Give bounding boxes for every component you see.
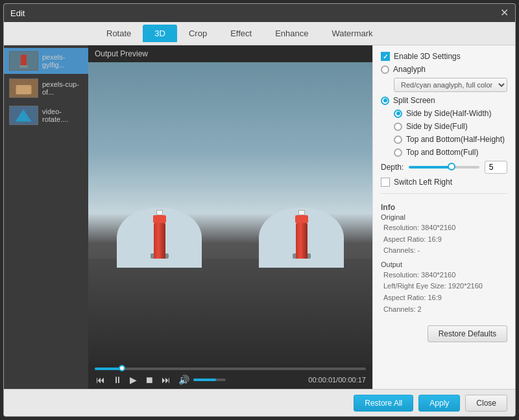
scene-right (230, 62, 372, 364)
svg-rect-2 (19, 65, 27, 68)
depth-slider-thumb (448, 163, 455, 170)
ground-right (230, 259, 372, 364)
output-channels: Channels: 2 (381, 304, 507, 316)
lh-top-left (153, 215, 166, 223)
side-by-side-full-label: Side by Side(Full) (406, 122, 468, 131)
lh-body-left (154, 223, 165, 259)
output-eye-size: Left/Right Eye Size: 1920*2160 (381, 281, 507, 292)
top-bottom-full-radio[interactable] (394, 148, 402, 157)
sidebar-label-1: pexels-cup-of... (42, 80, 83, 96)
stop-button[interactable]: ⏹ (143, 374, 155, 386)
sidebar: pexels-gylfig... pexels-cup-of... (4, 45, 88, 389)
switch-lr-label: Switch Left Right (394, 178, 452, 187)
tab-bar: Rotate 3D Crop Effect Enhance Watermark (4, 22, 515, 45)
enable-3d-label: Enable 3D Settings (394, 52, 461, 61)
volume-bar[interactable] (193, 379, 226, 381)
dialog-title: Edit (10, 8, 25, 18)
side-by-side-half-radio[interactable] (394, 110, 402, 118)
video-controls: ⏮ ⏸ ▶ ⏹ ⏭ 🔊 00:00:01/00:00:17 (88, 364, 372, 389)
info-section: Info Original Resolution: 3840*2160 Aspe… (381, 200, 507, 319)
top-bottom-half-row: Top and Bottom(Half-Height) (381, 135, 507, 144)
top-bottom-half-label: Top and Bottom(Half-Height) (406, 135, 505, 144)
video-left (88, 62, 230, 364)
original-aspect: Aspect Ratio: 16:9 (381, 234, 507, 246)
sidebar-label-0: pexels-gylfig... (42, 53, 83, 69)
anaglyph-dropdown-container: Red/cyan anaglyph, full color (381, 78, 507, 92)
split-screen-radio[interactable] (381, 97, 389, 105)
progress-bar[interactable] (95, 368, 366, 370)
video-right (230, 62, 372, 364)
tab-3d[interactable]: 3D (143, 25, 177, 42)
enable-3d-row: Enable 3D Settings (381, 52, 507, 61)
depth-slider[interactable] (409, 166, 479, 169)
play-button[interactable]: ▶ (128, 374, 138, 386)
top-bottom-half-radio[interactable] (394, 135, 402, 144)
output-group: Output Resolution: 3840*2160 Left/Right … (381, 261, 507, 315)
main-content: pexels-gylfig... pexels-cup-of... (4, 45, 515, 389)
volume-icon[interactable]: 🔊 (177, 374, 191, 386)
anaglyph-dropdown[interactable]: Red/cyan anaglyph, full color (394, 78, 507, 92)
restore-all-button[interactable]: Restore All (354, 395, 413, 412)
sidebar-item-1[interactable]: pexels-cup-of... (4, 75, 88, 101)
top-bottom-full-row: Top and Bottom(Full) (381, 148, 507, 157)
progress-thumb (119, 365, 125, 371)
controls-row: ⏮ ⏸ ▶ ⏹ ⏭ 🔊 00:00:01/00:00:17 (95, 374, 366, 386)
sidebar-label-2: video-rotate.... (42, 108, 83, 123)
skip-back-button[interactable]: ⏮ (95, 374, 106, 386)
anaglyph-row: Anaglyph (381, 65, 507, 74)
thumbnail-0 (9, 51, 38, 71)
divider-1 (381, 193, 507, 194)
depth-input[interactable] (485, 161, 507, 174)
enable-3d-checkbox[interactable] (381, 52, 390, 61)
bottom-bar: Restore All Apply Close (4, 389, 515, 416)
tab-enhance[interactable]: Enhance (263, 25, 320, 42)
original-group: Original Resolution: 3840*2160 Aspect Ra… (381, 213, 507, 257)
sidebar-item-0[interactable]: pexels-gylfig... (4, 48, 88, 74)
split-video (88, 62, 372, 364)
restore-defaults-button[interactable]: Restore Defaults (428, 325, 507, 342)
volume-section: 🔊 (177, 374, 226, 386)
progress-fill (95, 368, 122, 370)
info-title: Info (381, 200, 507, 213)
tab-effect[interactable]: Effect (219, 25, 263, 42)
preview-label: Output Preview (88, 45, 372, 62)
thumbnail-1 (9, 78, 38, 98)
preview-area: Output Preview (88, 45, 372, 389)
original-resolution: Resolution: 3840*2160 (381, 222, 507, 234)
split-screen-label: Split Screen (393, 96, 435, 105)
anaglyph-radio[interactable] (381, 65, 389, 74)
side-by-side-full-row: Side by Side(Full) (381, 122, 507, 131)
lh-light-left (156, 210, 163, 215)
tab-crop[interactable]: Crop (177, 25, 219, 42)
time-display: 00:00:01/00:00:17 (308, 376, 366, 384)
switch-lr-checkbox[interactable] (381, 178, 390, 187)
title-bar: Edit ✕ (4, 4, 515, 22)
sidebar-item-2[interactable]: video-rotate.... (4, 102, 88, 128)
apply-button[interactable]: Apply (418, 395, 460, 412)
edit-dialog: Edit ✕ Rotate 3D Crop Effect Enhance Wat… (3, 3, 516, 417)
volume-fill (193, 379, 216, 381)
close-button[interactable]: Close (465, 395, 507, 412)
depth-row: Depth: (381, 161, 507, 174)
scene-left (88, 62, 230, 364)
video-preview (88, 62, 372, 364)
close-icon[interactable]: ✕ (500, 8, 509, 18)
side-by-side-half-row: Side by Side(Half-Width) (381, 109, 507, 118)
pause-button[interactable]: ⏸ (112, 374, 123, 386)
original-channels: Channels: - (381, 245, 507, 257)
side-by-side-full-radio[interactable] (394, 122, 402, 131)
skip-forward-button[interactable]: ⏭ (160, 374, 172, 386)
thumbnail-2 (9, 106, 38, 125)
ground-left (88, 259, 230, 364)
tab-rotate[interactable]: Rotate (95, 25, 143, 42)
output-resolution: Resolution: 3840*2160 (381, 270, 507, 281)
original-title: Original (381, 213, 507, 221)
settings-panel: Enable 3D Settings Anaglyph Red/cyan ana… (372, 45, 515, 389)
side-by-side-half-label: Side by Side(Half-Width) (406, 109, 491, 118)
tab-watermark[interactable]: Watermark (320, 25, 384, 42)
split-screen-row: Split Screen (381, 96, 507, 105)
top-bottom-full-label: Top and Bottom(Full) (406, 148, 478, 157)
output-aspect: Aspect Ratio: 16:9 (381, 292, 507, 304)
lh-body-right (296, 223, 308, 259)
output-title: Output (381, 261, 507, 268)
